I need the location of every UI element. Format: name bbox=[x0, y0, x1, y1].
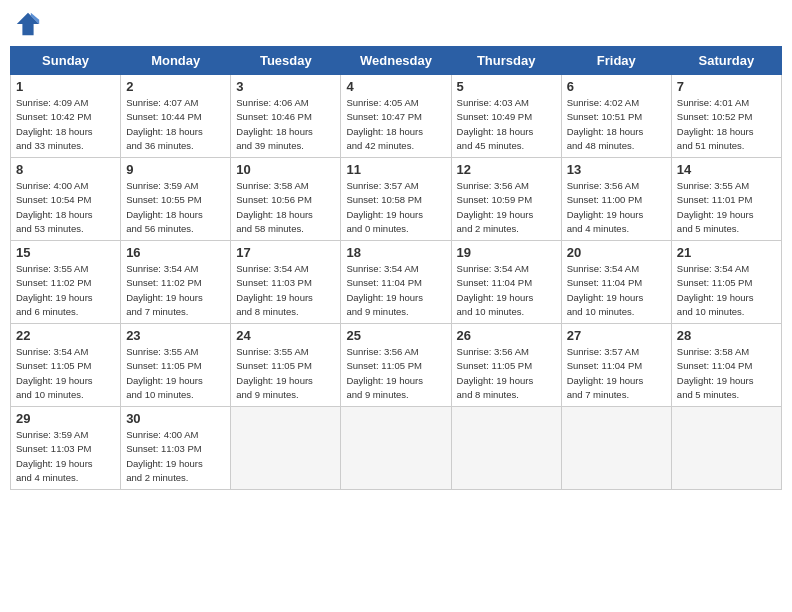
day-number: 24 bbox=[236, 328, 335, 343]
calendar-cell: 23Sunrise: 3:55 AM Sunset: 11:05 PM Dayl… bbox=[121, 324, 231, 407]
day-info: Sunrise: 3:54 AM Sunset: 11:02 PM Daylig… bbox=[126, 262, 225, 319]
calendar-cell: 8Sunrise: 4:00 AM Sunset: 10:54 PM Dayli… bbox=[11, 158, 121, 241]
day-info: Sunrise: 4:03 AM Sunset: 10:49 PM Daylig… bbox=[457, 96, 556, 153]
day-info: Sunrise: 3:59 AM Sunset: 11:03 PM Daylig… bbox=[16, 428, 115, 485]
week-row-5: 29Sunrise: 3:59 AM Sunset: 11:03 PM Dayl… bbox=[11, 407, 782, 490]
calendar-cell: 15Sunrise: 3:55 AM Sunset: 11:02 PM Dayl… bbox=[11, 241, 121, 324]
day-number: 6 bbox=[567, 79, 666, 94]
day-info: Sunrise: 3:57 AM Sunset: 10:58 PM Daylig… bbox=[346, 179, 445, 236]
day-number: 9 bbox=[126, 162, 225, 177]
day-info: Sunrise: 3:58 AM Sunset: 11:04 PM Daylig… bbox=[677, 345, 776, 402]
day-info: Sunrise: 4:00 AM Sunset: 11:03 PM Daylig… bbox=[126, 428, 225, 485]
day-info: Sunrise: 4:05 AM Sunset: 10:47 PM Daylig… bbox=[346, 96, 445, 153]
day-number: 30 bbox=[126, 411, 225, 426]
day-number: 14 bbox=[677, 162, 776, 177]
day-number: 5 bbox=[457, 79, 556, 94]
day-number: 28 bbox=[677, 328, 776, 343]
calendar-cell: 10Sunrise: 3:58 AM Sunset: 10:56 PM Dayl… bbox=[231, 158, 341, 241]
calendar-cell: 14Sunrise: 3:55 AM Sunset: 11:01 PM Dayl… bbox=[671, 158, 781, 241]
calendar-cell: 28Sunrise: 3:58 AM Sunset: 11:04 PM Dayl… bbox=[671, 324, 781, 407]
calendar: SundayMondayTuesdayWednesdayThursdayFrid… bbox=[10, 46, 782, 490]
calendar-cell bbox=[561, 407, 671, 490]
calendar-cell bbox=[231, 407, 341, 490]
day-info: Sunrise: 3:54 AM Sunset: 11:04 PM Daylig… bbox=[567, 262, 666, 319]
day-number: 18 bbox=[346, 245, 445, 260]
day-number: 11 bbox=[346, 162, 445, 177]
day-info: Sunrise: 3:55 AM Sunset: 11:05 PM Daylig… bbox=[126, 345, 225, 402]
calendar-cell: 11Sunrise: 3:57 AM Sunset: 10:58 PM Dayl… bbox=[341, 158, 451, 241]
day-number: 8 bbox=[16, 162, 115, 177]
day-info: Sunrise: 3:56 AM Sunset: 11:05 PM Daylig… bbox=[457, 345, 556, 402]
calendar-cell: 24Sunrise: 3:55 AM Sunset: 11:05 PM Dayl… bbox=[231, 324, 341, 407]
day-info: Sunrise: 3:57 AM Sunset: 11:04 PM Daylig… bbox=[567, 345, 666, 402]
day-info: Sunrise: 4:01 AM Sunset: 10:52 PM Daylig… bbox=[677, 96, 776, 153]
calendar-cell: 20Sunrise: 3:54 AM Sunset: 11:04 PM Dayl… bbox=[561, 241, 671, 324]
day-number: 1 bbox=[16, 79, 115, 94]
header bbox=[10, 10, 782, 38]
calendar-cell: 22Sunrise: 3:54 AM Sunset: 11:05 PM Dayl… bbox=[11, 324, 121, 407]
col-header-thursday: Thursday bbox=[451, 47, 561, 75]
day-number: 19 bbox=[457, 245, 556, 260]
col-header-monday: Monday bbox=[121, 47, 231, 75]
day-number: 22 bbox=[16, 328, 115, 343]
calendar-cell: 7Sunrise: 4:01 AM Sunset: 10:52 PM Dayli… bbox=[671, 75, 781, 158]
week-row-4: 22Sunrise: 3:54 AM Sunset: 11:05 PM Dayl… bbox=[11, 324, 782, 407]
week-row-3: 15Sunrise: 3:55 AM Sunset: 11:02 PM Dayl… bbox=[11, 241, 782, 324]
calendar-cell: 19Sunrise: 3:54 AM Sunset: 11:04 PM Dayl… bbox=[451, 241, 561, 324]
day-info: Sunrise: 4:06 AM Sunset: 10:46 PM Daylig… bbox=[236, 96, 335, 153]
logo bbox=[14, 10, 46, 38]
day-number: 3 bbox=[236, 79, 335, 94]
calendar-cell: 30Sunrise: 4:00 AM Sunset: 11:03 PM Dayl… bbox=[121, 407, 231, 490]
day-info: Sunrise: 3:55 AM Sunset: 11:01 PM Daylig… bbox=[677, 179, 776, 236]
day-number: 15 bbox=[16, 245, 115, 260]
col-header-saturday: Saturday bbox=[671, 47, 781, 75]
day-info: Sunrise: 3:54 AM Sunset: 11:03 PM Daylig… bbox=[236, 262, 335, 319]
calendar-cell bbox=[451, 407, 561, 490]
day-info: Sunrise: 3:54 AM Sunset: 11:04 PM Daylig… bbox=[457, 262, 556, 319]
day-info: Sunrise: 4:07 AM Sunset: 10:44 PM Daylig… bbox=[126, 96, 225, 153]
day-number: 26 bbox=[457, 328, 556, 343]
col-header-wednesday: Wednesday bbox=[341, 47, 451, 75]
day-info: Sunrise: 3:54 AM Sunset: 11:05 PM Daylig… bbox=[677, 262, 776, 319]
day-info: Sunrise: 3:54 AM Sunset: 11:04 PM Daylig… bbox=[346, 262, 445, 319]
logo-icon bbox=[14, 10, 42, 38]
calendar-cell: 4Sunrise: 4:05 AM Sunset: 10:47 PM Dayli… bbox=[341, 75, 451, 158]
calendar-header-row: SundayMondayTuesdayWednesdayThursdayFrid… bbox=[11, 47, 782, 75]
day-number: 20 bbox=[567, 245, 666, 260]
col-header-sunday: Sunday bbox=[11, 47, 121, 75]
calendar-cell: 26Sunrise: 3:56 AM Sunset: 11:05 PM Dayl… bbox=[451, 324, 561, 407]
calendar-cell: 25Sunrise: 3:56 AM Sunset: 11:05 PM Dayl… bbox=[341, 324, 451, 407]
day-info: Sunrise: 3:56 AM Sunset: 11:05 PM Daylig… bbox=[346, 345, 445, 402]
calendar-cell: 17Sunrise: 3:54 AM Sunset: 11:03 PM Dayl… bbox=[231, 241, 341, 324]
day-info: Sunrise: 4:09 AM Sunset: 10:42 PM Daylig… bbox=[16, 96, 115, 153]
calendar-cell: 9Sunrise: 3:59 AM Sunset: 10:55 PM Dayli… bbox=[121, 158, 231, 241]
calendar-cell: 1Sunrise: 4:09 AM Sunset: 10:42 PM Dayli… bbox=[11, 75, 121, 158]
calendar-cell: 3Sunrise: 4:06 AM Sunset: 10:46 PM Dayli… bbox=[231, 75, 341, 158]
day-info: Sunrise: 4:02 AM Sunset: 10:51 PM Daylig… bbox=[567, 96, 666, 153]
calendar-cell bbox=[671, 407, 781, 490]
day-number: 4 bbox=[346, 79, 445, 94]
calendar-cell: 2Sunrise: 4:07 AM Sunset: 10:44 PM Dayli… bbox=[121, 75, 231, 158]
calendar-cell: 21Sunrise: 3:54 AM Sunset: 11:05 PM Dayl… bbox=[671, 241, 781, 324]
day-number: 25 bbox=[346, 328, 445, 343]
calendar-cell: 5Sunrise: 4:03 AM Sunset: 10:49 PM Dayli… bbox=[451, 75, 561, 158]
calendar-cell: 12Sunrise: 3:56 AM Sunset: 10:59 PM Dayl… bbox=[451, 158, 561, 241]
day-info: Sunrise: 4:00 AM Sunset: 10:54 PM Daylig… bbox=[16, 179, 115, 236]
day-number: 29 bbox=[16, 411, 115, 426]
day-number: 17 bbox=[236, 245, 335, 260]
week-row-2: 8Sunrise: 4:00 AM Sunset: 10:54 PM Dayli… bbox=[11, 158, 782, 241]
calendar-cell: 16Sunrise: 3:54 AM Sunset: 11:02 PM Dayl… bbox=[121, 241, 231, 324]
calendar-cell: 13Sunrise: 3:56 AM Sunset: 11:00 PM Dayl… bbox=[561, 158, 671, 241]
day-info: Sunrise: 3:55 AM Sunset: 11:05 PM Daylig… bbox=[236, 345, 335, 402]
day-info: Sunrise: 3:54 AM Sunset: 11:05 PM Daylig… bbox=[16, 345, 115, 402]
day-number: 7 bbox=[677, 79, 776, 94]
day-number: 27 bbox=[567, 328, 666, 343]
col-header-tuesday: Tuesday bbox=[231, 47, 341, 75]
calendar-cell: 29Sunrise: 3:59 AM Sunset: 11:03 PM Dayl… bbox=[11, 407, 121, 490]
calendar-cell: 18Sunrise: 3:54 AM Sunset: 11:04 PM Dayl… bbox=[341, 241, 451, 324]
day-number: 12 bbox=[457, 162, 556, 177]
calendar-cell: 27Sunrise: 3:57 AM Sunset: 11:04 PM Dayl… bbox=[561, 324, 671, 407]
week-row-1: 1Sunrise: 4:09 AM Sunset: 10:42 PM Dayli… bbox=[11, 75, 782, 158]
calendar-cell: 6Sunrise: 4:02 AM Sunset: 10:51 PM Dayli… bbox=[561, 75, 671, 158]
day-info: Sunrise: 3:56 AM Sunset: 11:00 PM Daylig… bbox=[567, 179, 666, 236]
